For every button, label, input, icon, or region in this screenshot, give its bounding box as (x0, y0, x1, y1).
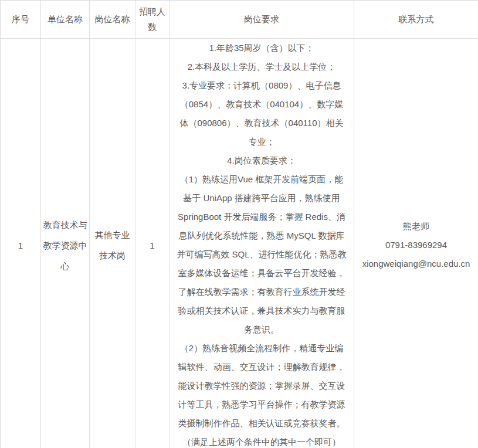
requirement-line: 了解在线教学需求；有教育行业系统开发经 (171, 283, 352, 301)
requirement-line: 体（090806）、教育技术（040110）相关 (171, 114, 352, 133)
cell-post-name: 其他专业技术岗 (90, 39, 135, 448)
requirement-line: 2.本科及以上学历、学士及以上学位； (171, 57, 352, 76)
requirement-line: 辑软件、动画、交互设计；理解教育规律， (171, 358, 352, 376)
requirement-line: （1）熟练运用Vue 框架开发前端页面，能 (171, 170, 352, 189)
requirement-line: 类摄制制作作品、相关认证或竞赛获奖者。 (171, 414, 352, 433)
column-header-requirements: 岗位要求 (169, 1, 354, 39)
cell-contact: 熊老师 0791-83969294 xiongweiqiang@ncu.edu.… (354, 39, 478, 448)
cell-seq: 1 (1, 39, 41, 448)
cell-headcount: 1 (135, 39, 169, 448)
requirement-line: 基于 UniApp 搭建跨平台应用，熟练使用 (171, 189, 352, 208)
requirement-line: 计等工具，熟悉学习平台操作；有教学资源 (171, 395, 352, 414)
requirement-line: 能设计教学性强的资源；掌握录屏、交互设 (171, 376, 352, 395)
table-row: 1 教育技术与教学资源中心 其他专业技术岗 1 1.年龄35周岁（含）以下；2.… (1, 39, 478, 448)
column-header-contact: 联系方式 (354, 1, 478, 39)
requirement-line: （满足上述两个条件中的其中一个即可） (171, 433, 352, 448)
requirement-line: 1.年龄35周岁（含）以下； (171, 39, 352, 57)
requirement-line: （2）熟练音视频全流程制作，精通专业编 (171, 339, 352, 358)
requirement-line: 息队列优化系统性能，熟悉 MySQL 数据库 (171, 226, 352, 245)
requirement-line: （0854）、教育技术（040104）、数字媒 (171, 95, 352, 114)
contact-email: xiongweiqiang@ncu.edu.cn (355, 254, 477, 273)
recruitment-table: 序号 单位名称 岗位名称 招聘人数 岗位要求 联系方式 1 教育技术与教学资源中… (0, 0, 478, 448)
requirement-line: SpringBoot 开发后端服务；掌握 Redis、消 (171, 208, 352, 226)
column-header-post-name: 岗位名称 (90, 1, 135, 39)
column-header-headcount: 招聘人数 (135, 1, 169, 39)
requirement-line: 3.专业要求：计算机（0809）、电子信息 (171, 76, 352, 95)
column-header-seq: 序号 (1, 1, 41, 39)
cell-requirements: 1.年龄35周岁（含）以下；2.本科及以上学历、学士及以上学位；3.专业要求：计… (169, 39, 354, 448)
requirement-line: 专业； (171, 133, 352, 151)
column-header-unit-name: 单位名称 (41, 1, 90, 39)
requirement-line: 4.岗位素质要求： (171, 151, 352, 170)
requirement-line: 室多媒体设备运维；具备云平台开发经验， (171, 264, 352, 283)
requirement-line: 务意识。 (171, 320, 352, 339)
requirements-text: 1.年龄35周岁（含）以下；2.本科及以上学历、学士及以上学位；3.专业要求：计… (171, 39, 352, 448)
header-row: 序号 单位名称 岗位名称 招聘人数 岗位要求 联系方式 (1, 1, 478, 39)
requirement-line: 验或相关技术认证，兼具技术实力与教育服 (171, 301, 352, 320)
contact-phone: 0791-83969294 (355, 236, 477, 254)
requirement-line: 并可编写高效 SQL、进行性能优化；熟悉教 (171, 245, 352, 264)
cell-unit-name: 教育技术与教学资源中心 (41, 39, 90, 448)
contact-name: 熊老师 (355, 217, 477, 236)
